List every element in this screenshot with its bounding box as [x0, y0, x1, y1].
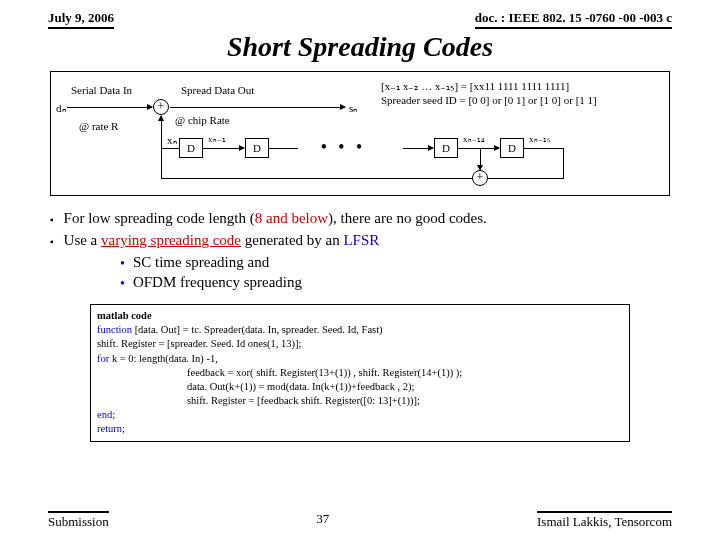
footer-left: Submission: [48, 511, 109, 530]
code-line: data. Out(k+(1)) = mod(data. In(k+(1))+f…: [97, 380, 623, 394]
wire-d2-out: [268, 148, 298, 149]
feedback-up-arrow: [161, 116, 162, 148]
footer-right: Ismail Lakkis, Tensorcom: [537, 511, 672, 530]
slide-header: July 9, 2006 doc. : IEEE 802. 15 -0760 -…: [0, 0, 720, 29]
bullet-list: ▪ For low spreading code length (8 and b…: [50, 210, 690, 294]
d-register-14: D: [434, 138, 458, 158]
wire-feedback-bottom: [161, 178, 472, 179]
xn-label: xₙ: [167, 134, 177, 147]
adder2-icon: +: [472, 170, 488, 186]
sub-bullet-1: •SC time spreading and: [120, 254, 690, 274]
sub-marker: •: [120, 274, 125, 294]
sn-label: sₙ: [349, 102, 357, 115]
code-line: end;: [97, 408, 623, 422]
bullet-1: ▪ For low spreading code length (8 and b…: [50, 210, 690, 230]
d-register-15: D: [500, 138, 524, 158]
slide-footer: Submission 37 Ismail Lakkis, Tensorcom: [48, 511, 672, 530]
wire-in-d3: [403, 148, 433, 149]
sub-marker: •: [120, 254, 125, 274]
chip-rate-label: @ chip Rate: [175, 114, 230, 126]
arrow-adder-to-sn: [170, 107, 345, 108]
wire-feedback-h1: [161, 148, 179, 149]
seed-vector-label: [x₋₁ x₋₂ … x₋₁₅] = [xx11 1111 1111 1111]: [381, 80, 569, 93]
code-line: shift. Register = [feedback shift. Regis…: [97, 394, 623, 408]
code-title: matlab code: [97, 309, 623, 323]
bullet-marker: ▪: [50, 232, 54, 252]
spread-data-out-label: Spread Data Out: [181, 84, 254, 96]
d-register-1: D: [179, 138, 203, 158]
header-date: July 9, 2006: [48, 10, 114, 29]
wire-d1-d2: [202, 148, 244, 149]
d-register-2: D: [245, 138, 269, 158]
ellipsis-dots: • • •: [321, 138, 366, 156]
bullet-2: ▪ Use a varying spreading code generated…: [50, 232, 690, 252]
wire-d3-d4: [457, 148, 499, 149]
sub-bullets: •SC time spreading and •OFDM frequency s…: [120, 254, 690, 294]
rate-label: @ rate R: [79, 120, 118, 132]
slide-title: Short Spreading Codes: [0, 31, 720, 63]
header-docref: doc. : IEEE 802. 15 -0760 -00 -003 c: [475, 10, 672, 29]
bullet-marker: ▪: [50, 210, 54, 230]
code-line: function [data. Out] = tc. Spreader(data…: [97, 323, 623, 337]
footer-page: 37: [316, 511, 329, 530]
wire-feedback-left-join: [161, 148, 162, 178]
xn15-label: xₙ₋₁₅: [529, 134, 551, 144]
wire-d4-out: [523, 148, 563, 149]
code-line: feedback = xor( shift. Register(13+(1)) …: [97, 366, 623, 380]
seed-id-label: Spreader seed ID = [0 0] or [0 1] or [1 …: [381, 94, 597, 106]
dn-label: dₙ: [56, 102, 66, 115]
xn14-label: xₙ₋₁₄: [463, 134, 485, 144]
tap14-down: [480, 148, 481, 170]
arrow-dn-to-adder: [67, 107, 152, 108]
code-line: shift. Register = [spreader. Seed. Id on…: [97, 337, 623, 351]
serial-data-in-label: Serial Data In: [71, 84, 132, 96]
adder1-icon: +: [153, 99, 169, 115]
sub-bullet-2: •OFDM frequency spreading: [120, 274, 690, 294]
tap15-down: [563, 148, 564, 178]
wire-tap15-to-adder2: [488, 178, 564, 179]
matlab-code-box: matlab code function [data. Out] = tc. S…: [90, 304, 630, 442]
code-line: for k = 0: length(data. In) -1,: [97, 352, 623, 366]
code-line: return;: [97, 422, 623, 436]
block-diagram: Serial Data In dₙ @ rate R + Spread Data…: [50, 71, 670, 196]
xn1-label: xₙ₋₁: [208, 134, 226, 144]
